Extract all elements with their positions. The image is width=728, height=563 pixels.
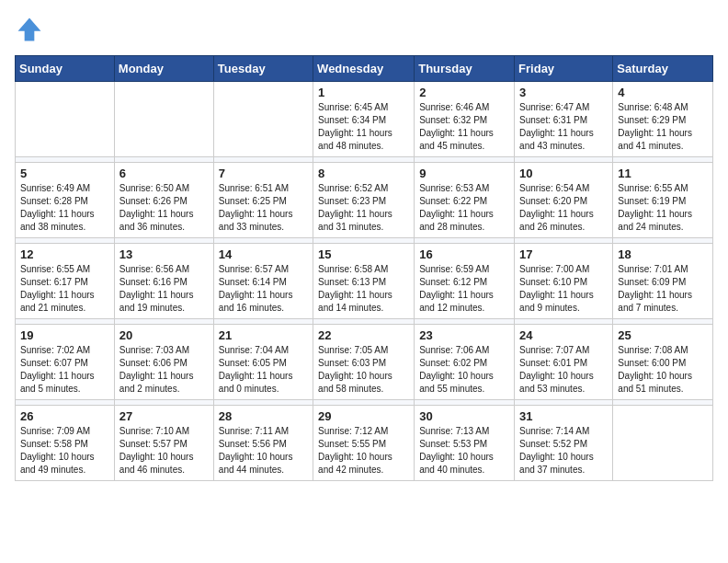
day-number: 6 [119, 167, 209, 180]
day-info: Sunrise: 6:53 AM Sunset: 6:22 PM Dayligh… [419, 182, 509, 234]
day-info: Sunrise: 6:45 AM Sunset: 6:34 PM Dayligh… [318, 101, 409, 153]
calendar-cell: 29Sunrise: 7:12 AM Sunset: 5:55 PM Dayli… [313, 406, 415, 481]
calendar-cell: 16Sunrise: 6:59 AM Sunset: 6:12 PM Dayli… [415, 244, 515, 319]
calendar-body: 1Sunrise: 6:45 AM Sunset: 6:34 PM Daylig… [16, 82, 713, 481]
day-info: Sunrise: 7:01 AM Sunset: 6:09 PM Dayligh… [618, 263, 708, 315]
day-info: Sunrise: 7:03 AM Sunset: 6:06 PM Dayligh… [119, 344, 209, 396]
weekday-header: Sunday [16, 56, 115, 82]
day-info: Sunrise: 6:50 AM Sunset: 6:26 PM Dayligh… [119, 182, 209, 234]
calendar-cell [213, 82, 313, 157]
day-number: 23 [419, 328, 509, 342]
day-info: Sunrise: 7:13 AM Sunset: 5:53 PM Dayligh… [419, 425, 509, 477]
day-number: 4 [618, 86, 708, 99]
calendar-week-row: 19Sunrise: 7:02 AM Sunset: 6:07 PM Dayli… [16, 325, 713, 400]
day-number: 14 [219, 247, 308, 261]
day-info: Sunrise: 6:58 AM Sunset: 6:13 PM Dayligh… [318, 263, 409, 315]
day-info: Sunrise: 7:09 AM Sunset: 5:58 PM Dayligh… [20, 425, 109, 477]
day-number: 7 [219, 167, 308, 180]
day-number: 15 [318, 247, 409, 261]
day-info: Sunrise: 7:11 AM Sunset: 5:56 PM Dayligh… [219, 425, 308, 477]
day-number: 29 [318, 409, 409, 423]
calendar-cell: 19Sunrise: 7:02 AM Sunset: 6:07 PM Dayli… [16, 325, 115, 400]
day-number: 11 [618, 167, 708, 180]
calendar-cell: 6Sunrise: 6:50 AM Sunset: 6:26 PM Daylig… [114, 163, 213, 238]
day-number: 3 [519, 86, 608, 99]
day-number: 16 [419, 247, 509, 261]
calendar-cell: 10Sunrise: 6:54 AM Sunset: 6:20 PM Dayli… [515, 163, 613, 238]
calendar-cell: 15Sunrise: 6:58 AM Sunset: 6:13 PM Dayli… [313, 244, 415, 319]
calendar-week-row: 12Sunrise: 6:55 AM Sunset: 6:17 PM Dayli… [16, 244, 713, 319]
day-info: Sunrise: 6:57 AM Sunset: 6:14 PM Dayligh… [219, 263, 308, 315]
day-info: Sunrise: 6:48 AM Sunset: 6:29 PM Dayligh… [618, 101, 708, 153]
day-info: Sunrise: 7:10 AM Sunset: 5:57 PM Dayligh… [119, 425, 209, 477]
day-number: 27 [119, 409, 209, 423]
weekday-header: Monday [114, 56, 213, 82]
calendar-cell: 9Sunrise: 6:53 AM Sunset: 6:22 PM Daylig… [415, 163, 515, 238]
day-number: 9 [419, 167, 509, 180]
day-number: 12 [20, 247, 109, 261]
calendar-cell: 4Sunrise: 6:48 AM Sunset: 6:29 PM Daylig… [613, 82, 713, 157]
day-number: 18 [618, 247, 708, 261]
day-info: Sunrise: 6:54 AM Sunset: 6:20 PM Dayligh… [519, 182, 608, 234]
calendar-cell: 30Sunrise: 7:13 AM Sunset: 5:53 PM Dayli… [415, 406, 515, 481]
day-number: 2 [419, 86, 509, 99]
day-number: 17 [519, 247, 608, 261]
day-number: 1 [318, 86, 409, 99]
day-info: Sunrise: 7:05 AM Sunset: 6:03 PM Dayligh… [318, 344, 409, 396]
day-info: Sunrise: 7:12 AM Sunset: 5:55 PM Dayligh… [318, 425, 409, 477]
calendar-cell: 28Sunrise: 7:11 AM Sunset: 5:56 PM Dayli… [213, 406, 313, 481]
day-number: 5 [20, 167, 109, 180]
logo [15, 15, 48, 44]
calendar-cell: 1Sunrise: 6:45 AM Sunset: 6:34 PM Daylig… [313, 82, 415, 157]
day-info: Sunrise: 7:06 AM Sunset: 6:02 PM Dayligh… [419, 344, 509, 396]
day-number: 28 [219, 409, 308, 423]
calendar-cell: 24Sunrise: 7:07 AM Sunset: 6:01 PM Dayli… [515, 325, 613, 400]
day-number: 24 [519, 328, 608, 342]
calendar-cell: 25Sunrise: 7:08 AM Sunset: 6:00 PM Dayli… [613, 325, 713, 400]
day-info: Sunrise: 6:59 AM Sunset: 6:12 PM Dayligh… [419, 263, 509, 315]
calendar-week-row: 1Sunrise: 6:45 AM Sunset: 6:34 PM Daylig… [16, 82, 713, 157]
day-info: Sunrise: 6:49 AM Sunset: 6:28 PM Dayligh… [20, 182, 109, 234]
day-info: Sunrise: 6:52 AM Sunset: 6:23 PM Dayligh… [318, 182, 409, 234]
calendar-cell: 8Sunrise: 6:52 AM Sunset: 6:23 PM Daylig… [313, 163, 415, 238]
logo-icon [15, 15, 44, 44]
day-info: Sunrise: 7:08 AM Sunset: 6:00 PM Dayligh… [618, 344, 708, 396]
day-info: Sunrise: 7:14 AM Sunset: 5:52 PM Dayligh… [519, 425, 608, 477]
weekday-header: Friday [515, 56, 613, 82]
day-number: 21 [219, 328, 308, 342]
day-number: 31 [519, 409, 608, 423]
day-number: 26 [20, 409, 109, 423]
calendar-cell: 23Sunrise: 7:06 AM Sunset: 6:02 PM Dayli… [415, 325, 515, 400]
svg-marker-0 [18, 18, 41, 41]
calendar-cell: 14Sunrise: 6:57 AM Sunset: 6:14 PM Dayli… [213, 244, 313, 319]
day-number: 13 [119, 247, 209, 261]
page-header [15, 15, 713, 44]
day-info: Sunrise: 6:56 AM Sunset: 6:16 PM Dayligh… [119, 263, 209, 315]
day-info: Sunrise: 6:47 AM Sunset: 6:31 PM Dayligh… [519, 101, 608, 153]
calendar-week-row: 26Sunrise: 7:09 AM Sunset: 5:58 PM Dayli… [16, 406, 713, 481]
day-number: 22 [318, 328, 409, 342]
calendar-cell: 20Sunrise: 7:03 AM Sunset: 6:06 PM Dayli… [114, 325, 213, 400]
calendar-cell [16, 82, 115, 157]
day-number: 30 [419, 409, 509, 423]
day-info: Sunrise: 7:07 AM Sunset: 6:01 PM Dayligh… [519, 344, 608, 396]
calendar-cell: 13Sunrise: 6:56 AM Sunset: 6:16 PM Dayli… [114, 244, 213, 319]
weekday-header: Saturday [613, 56, 713, 82]
calendar-table: SundayMondayTuesdayWednesdayThursdayFrid… [15, 55, 713, 481]
day-info: Sunrise: 6:55 AM Sunset: 6:17 PM Dayligh… [20, 263, 109, 315]
calendar-cell: 3Sunrise: 6:47 AM Sunset: 6:31 PM Daylig… [515, 82, 613, 157]
day-info: Sunrise: 7:00 AM Sunset: 6:10 PM Dayligh… [519, 263, 608, 315]
day-number: 19 [20, 328, 109, 342]
calendar-header-row: SundayMondayTuesdayWednesdayThursdayFrid… [16, 56, 713, 82]
day-info: Sunrise: 7:02 AM Sunset: 6:07 PM Dayligh… [20, 344, 109, 396]
calendar-cell: 5Sunrise: 6:49 AM Sunset: 6:28 PM Daylig… [16, 163, 115, 238]
day-number: 25 [618, 328, 708, 342]
day-info: Sunrise: 7:04 AM Sunset: 6:05 PM Dayligh… [219, 344, 308, 396]
day-info: Sunrise: 6:51 AM Sunset: 6:25 PM Dayligh… [219, 182, 308, 234]
calendar-cell: 22Sunrise: 7:05 AM Sunset: 6:03 PM Dayli… [313, 325, 415, 400]
calendar-cell: 7Sunrise: 6:51 AM Sunset: 6:25 PM Daylig… [213, 163, 313, 238]
calendar-cell: 26Sunrise: 7:09 AM Sunset: 5:58 PM Dayli… [16, 406, 115, 481]
calendar-cell: 11Sunrise: 6:55 AM Sunset: 6:19 PM Dayli… [613, 163, 713, 238]
calendar-cell: 17Sunrise: 7:00 AM Sunset: 6:10 PM Dayli… [515, 244, 613, 319]
weekday-header: Tuesday [213, 56, 313, 82]
